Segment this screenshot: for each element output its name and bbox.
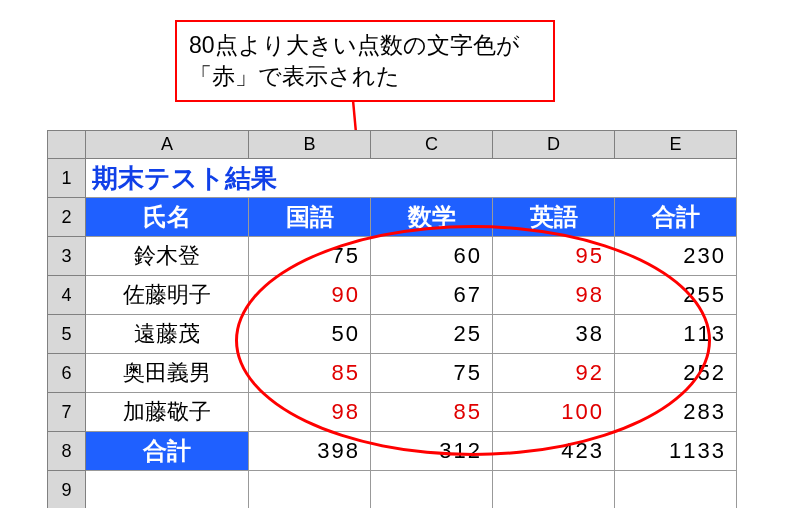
gokei-cell[interactable]: 230 [615, 237, 737, 276]
name-cell[interactable]: 奥田義男 [86, 354, 249, 393]
eigo-cell[interactable]: 98 [493, 276, 615, 315]
gokei-cell[interactable]: 283 [615, 393, 737, 432]
row-head-1: 1 [48, 159, 86, 198]
name-cell[interactable]: 佐藤明子 [86, 276, 249, 315]
kokugo-cell[interactable]: 90 [249, 276, 371, 315]
totals-eigo[interactable]: 423 [493, 432, 615, 471]
callout-text: 80点より大きい点数の文字色が「赤」で表示された [189, 32, 520, 89]
totals-label[interactable]: 合計 [86, 432, 249, 471]
title-cell[interactable]: 期末テスト結果 [86, 159, 737, 198]
totals-sugaku[interactable]: 312 [371, 432, 493, 471]
row-head-8: 8 [48, 432, 86, 471]
spreadsheet: A B C D E 1 期末テスト結果 2 氏名 国語 数学 英語 合計 3鈴木… [47, 130, 737, 508]
eigo-cell[interactable]: 38 [493, 315, 615, 354]
kokugo-cell[interactable]: 98 [249, 393, 371, 432]
sugaku-cell[interactable]: 67 [371, 276, 493, 315]
col-head-b: B [249, 131, 371, 159]
totals-gokei[interactable]: 1133 [615, 432, 737, 471]
row-head-3: 3 [48, 237, 86, 276]
eigo-cell[interactable]: 100 [493, 393, 615, 432]
col-head-a: A [86, 131, 249, 159]
row-head-5: 5 [48, 315, 86, 354]
header-kokugo[interactable]: 国語 [249, 198, 371, 237]
sugaku-cell[interactable]: 85 [371, 393, 493, 432]
eigo-cell[interactable]: 92 [493, 354, 615, 393]
name-cell[interactable]: 鈴木登 [86, 237, 249, 276]
sugaku-cell[interactable]: 75 [371, 354, 493, 393]
gokei-cell[interactable]: 255 [615, 276, 737, 315]
callout-box: 80点より大きい点数の文字色が「赤」で表示された [175, 20, 555, 102]
kokugo-cell[interactable]: 85 [249, 354, 371, 393]
sugaku-cell[interactable]: 60 [371, 237, 493, 276]
header-name[interactable]: 氏名 [86, 198, 249, 237]
kokugo-cell[interactable]: 50 [249, 315, 371, 354]
row-head-6: 6 [48, 354, 86, 393]
row-head-9: 9 [48, 471, 86, 509]
sugaku-cell[interactable]: 25 [371, 315, 493, 354]
gokei-cell[interactable]: 113 [615, 315, 737, 354]
header-gokei[interactable]: 合計 [615, 198, 737, 237]
empty-cell[interactable] [371, 471, 493, 509]
name-cell[interactable]: 遠藤茂 [86, 315, 249, 354]
empty-cell[interactable] [615, 471, 737, 509]
col-head-c: C [371, 131, 493, 159]
kokugo-cell[interactable]: 75 [249, 237, 371, 276]
empty-cell[interactable] [493, 471, 615, 509]
row-head-4: 4 [48, 276, 86, 315]
empty-cell[interactable] [249, 471, 371, 509]
header-sugaku[interactable]: 数学 [371, 198, 493, 237]
col-head-e: E [615, 131, 737, 159]
row-head-2: 2 [48, 198, 86, 237]
col-head-d: D [493, 131, 615, 159]
header-eigo[interactable]: 英語 [493, 198, 615, 237]
row-head-7: 7 [48, 393, 86, 432]
corner-cell [48, 131, 86, 159]
eigo-cell[interactable]: 95 [493, 237, 615, 276]
totals-kokugo[interactable]: 398 [249, 432, 371, 471]
empty-cell[interactable] [86, 471, 249, 509]
gokei-cell[interactable]: 252 [615, 354, 737, 393]
name-cell[interactable]: 加藤敬子 [86, 393, 249, 432]
